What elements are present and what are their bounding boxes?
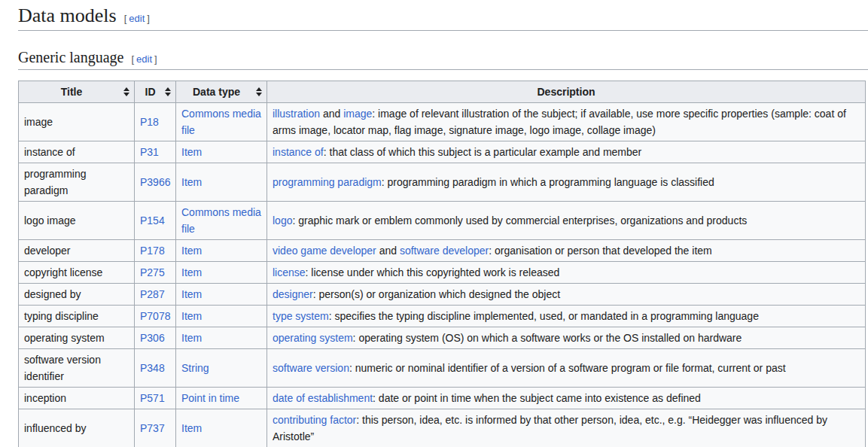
description-text: : license under which this copyrighted w… (306, 266, 560, 278)
sort-up-arrow (123, 87, 129, 91)
property-title-cell: designed by (19, 283, 135, 305)
data-type-link[interactable]: Item (181, 422, 202, 434)
property-title-cell: image (19, 102, 135, 141)
sort-both-icon (256, 87, 262, 96)
property-id-cell: P737 (135, 409, 176, 447)
description-cell: designer: person(s) or organization whic… (267, 283, 866, 305)
property-id-link[interactable]: P3966 (140, 176, 170, 188)
description-link[interactable]: contributing factor (273, 414, 356, 426)
column-header-label: Data type (193, 86, 240, 98)
description-text: : date or point in time when the subject… (373, 392, 701, 404)
column-header-label: Title (61, 86, 83, 98)
data-type-link[interactable]: Commons media file (181, 108, 261, 136)
property-id-link[interactable]: P306 (140, 332, 165, 344)
property-title-cell: copyright license (19, 261, 135, 283)
edit-section-generic-language: [edit] (131, 53, 157, 65)
data-type-link[interactable]: Item (181, 288, 202, 300)
property-id-cell: P275 (135, 261, 176, 283)
property-id-link[interactable]: P571 (140, 392, 165, 404)
edit-link-generic-language[interactable]: edit (136, 53, 152, 65)
property-id-link[interactable]: P348 (140, 362, 165, 374)
edit-section-data-models: [edit] (124, 13, 150, 24)
property-id-link[interactable]: P7078 (140, 310, 170, 322)
description-link[interactable]: logo (273, 214, 292, 227)
description-link[interactable]: illustration (273, 108, 320, 120)
property-id-cell: P31 (135, 141, 176, 163)
property-id-link[interactable]: P31 (140, 146, 159, 158)
description-link[interactable]: image (343, 108, 372, 120)
data-type-link[interactable]: Item (181, 310, 202, 322)
description-text: : organisation or person that developed … (489, 245, 712, 257)
data-type-link[interactable]: Item (181, 245, 202, 257)
data-type-cell: Commons media file (176, 102, 267, 141)
table-row: copyright licenseP275Itemlicense: licens… (19, 261, 866, 283)
description-link[interactable]: programming paradigm (273, 176, 382, 188)
data-type-link[interactable]: Commons media file (181, 206, 261, 235)
data-type-cell: Item (176, 283, 267, 305)
data-type-cell: Item (176, 141, 267, 163)
property-id-link[interactable]: P275 (140, 266, 165, 278)
data-type-link[interactable]: Item (181, 176, 202, 188)
section-title-data-models: Data models (18, 5, 117, 26)
property-title-cell: instance of (19, 141, 135, 163)
property-id-cell: P7078 (135, 305, 176, 327)
table-row: developerP178Itemvideo game developer an… (19, 239, 866, 261)
description-link[interactable]: type system (273, 310, 329, 322)
description-link[interactable]: designer (273, 288, 313, 300)
article-content: Data models[edit] Generic language[edit]… (0, 4, 868, 447)
section-heading-generic-language: Generic language[edit] (18, 47, 868, 70)
property-id-link[interactable]: P287 (140, 288, 165, 300)
column-header-id[interactable]: ID (135, 81, 176, 102)
property-id-cell: P571 (135, 387, 176, 409)
description-link[interactable]: instance of (273, 146, 324, 158)
description-link[interactable]: date of establishment (273, 392, 373, 404)
description-link[interactable]: software developer (400, 245, 489, 257)
sort-up-arrow (256, 87, 262, 91)
description-link[interactable]: license (273, 266, 306, 278)
property-id-link[interactable]: P178 (140, 245, 165, 257)
edit-bracket-close: ] (154, 53, 157, 65)
table-header-row: TitleIDData typeDescription (19, 81, 866, 102)
column-header-title[interactable]: Title (19, 81, 135, 102)
description-text: : this person, idea, etc. is informed by… (273, 414, 827, 442)
sort-down-arrow (165, 93, 171, 96)
description-link[interactable]: video game developer (273, 245, 376, 257)
sort-down-arrow (256, 93, 262, 96)
data-type-cell: Item (176, 239, 267, 261)
sort-down-arrow (123, 93, 129, 96)
column-header-data-type[interactable]: Data type (176, 81, 267, 102)
data-type-link[interactable]: Item (181, 266, 202, 278)
table-row: typing disciplineP7078Itemtype system: s… (19, 305, 866, 327)
property-title-cell: inception (19, 387, 135, 409)
table-row: influenced byP737Itemcontributing factor… (19, 409, 866, 447)
description-link[interactable]: operating system (273, 332, 353, 344)
table-body: imageP18Commons media fileillustration a… (19, 102, 866, 447)
property-id-link[interactable]: P18 (140, 116, 159, 128)
description-text: : programming paradigm in which a progra… (382, 176, 714, 188)
table-row: software version identifierP348Stringsof… (19, 348, 866, 387)
description-link[interactable]: software version (273, 362, 349, 374)
data-type-link[interactable]: Point in time (181, 392, 239, 404)
table-row: inceptionP571Point in timedate of establ… (19, 387, 866, 409)
table-row: imageP18Commons media fileillustration a… (19, 102, 866, 141)
description-cell: software version: numeric or nominal ide… (267, 348, 866, 387)
properties-table: TitleIDData typeDescription imageP18Comm… (18, 81, 866, 447)
description-text: : operating system (OS) on which a softw… (353, 332, 742, 344)
data-type-cell: Point in time (176, 387, 267, 409)
edit-bracket-open: [ (124, 13, 127, 24)
table-row: logo imageP154Commons media filelogo: gr… (19, 201, 866, 239)
property-id-link[interactable]: P737 (140, 422, 165, 434)
property-title-cell: software version identifier (19, 348, 135, 387)
section-heading-data-models: Data models[edit] (18, 4, 868, 31)
sort-both-icon (165, 87, 171, 96)
property-id-cell: P348 (135, 348, 176, 387)
data-type-cell: Item (176, 305, 267, 327)
table-row: operating systemP306Itemoperating system… (19, 327, 866, 348)
data-type-link[interactable]: String (181, 362, 209, 374)
edit-link-data-models[interactable]: edit (129, 13, 145, 24)
property-id-cell: P178 (135, 239, 176, 261)
description-cell: illustration and image: image of relevan… (267, 102, 866, 141)
property-id-link[interactable]: P154 (140, 214, 165, 227)
data-type-link[interactable]: Item (181, 332, 202, 344)
data-type-link[interactable]: Item (181, 146, 202, 158)
